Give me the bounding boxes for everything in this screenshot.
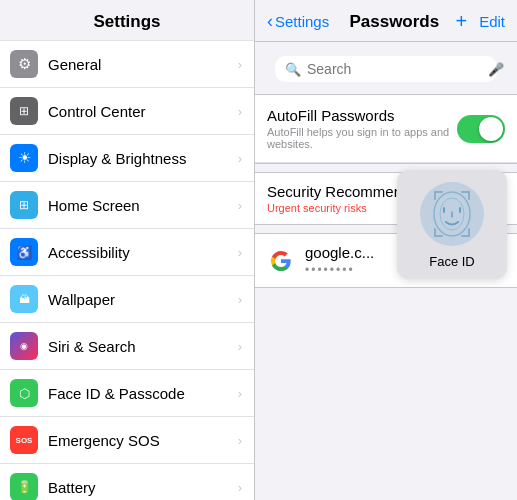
mic-icon[interactable]: 🎤 [488,62,504,77]
faceid-label: Face ID [429,254,475,269]
add-password-button[interactable]: + [455,10,467,33]
chevron-icon: › [238,292,242,307]
sidebar-item-display[interactable]: ☀ Display & Brightness › [0,135,254,182]
control-center-icon: ⊞ [10,97,38,125]
right-panel-title: Passwords [333,12,455,32]
edit-button[interactable]: Edit [479,13,505,30]
sidebar-item-control-center[interactable]: ⊞ Control Center › [0,88,254,135]
search-input[interactable] [307,61,482,77]
display-label: Display & Brightness [48,150,238,167]
general-label: General [48,56,238,73]
control-center-label: Control Center [48,103,238,120]
home-screen-icon: ⊞ [10,191,38,219]
sidebar-item-wallpaper[interactable]: 🏔 Wallpaper › [0,276,254,323]
autofill-row: AutoFill Passwords AutoFill helps you si… [255,95,517,163]
right-actions: + Edit [455,10,505,33]
left-panel: Settings ⚙ General › ⊞ Control Center › … [0,0,255,500]
toggle-knob [479,117,503,141]
sidebar-item-battery[interactable]: 🔋 Battery › [0,464,254,500]
accessibility-label: Accessibility [48,244,238,261]
chevron-icon: › [238,386,242,401]
autofill-section: AutoFill Passwords AutoFill helps you si… [255,94,517,164]
chevron-icon: › [238,339,242,354]
chevron-icon: › [238,480,242,495]
siri-label: Siri & Search [48,338,238,355]
sos-label: Emergency SOS [48,432,238,449]
faceid-card: Face ID [397,170,507,279]
sidebar-item-siri[interactable]: ◉ Siri & Search › [0,323,254,370]
right-header: ‹ Settings Passwords + Edit [255,0,517,42]
google-icon [267,247,295,275]
faceid-label: Face ID & Passcode [48,385,238,402]
accessibility-icon: ♿ [10,238,38,266]
autofill-toggle[interactable] [457,115,505,143]
home-screen-label: Home Screen [48,197,238,214]
search-icon: 🔍 [285,62,301,77]
battery-label: Battery [48,479,238,496]
search-bar: 🔍 🎤 [275,56,497,82]
right-panel-wrapper: ‹ Settings Passwords + Edit 🔍 🎤 AutoFill… [255,0,517,500]
chevron-icon: › [238,245,242,260]
display-icon: ☀ [10,144,38,172]
sidebar-item-home-screen[interactable]: ⊞ Home Screen › [0,182,254,229]
panel-title: Settings [0,0,254,40]
chevron-icon: › [238,198,242,213]
chevron-icon: › [238,151,242,166]
sidebar-item-general[interactable]: ⚙ General › [0,40,254,88]
wallpaper-icon: 🏔 [10,285,38,313]
back-button[interactable]: ‹ Settings [267,11,329,32]
siri-icon: ◉ [10,332,38,360]
back-label: Settings [275,13,329,30]
chevron-icon: › [238,433,242,448]
sidebar-item-sos[interactable]: SOS Emergency SOS › [0,417,254,464]
battery-icon: 🔋 [10,473,38,500]
sidebar-item-accessibility[interactable]: ♿ Accessibility › [0,229,254,276]
wallpaper-label: Wallpaper [48,291,238,308]
chevron-icon: › [238,57,242,72]
autofill-text: AutoFill Passwords AutoFill helps you si… [267,107,457,150]
faceid-icon: ⬡ [10,379,38,407]
general-icon: ⚙ [10,50,38,78]
faceid-circle [420,182,484,246]
back-chevron-icon: ‹ [267,11,273,32]
settings-list: ⚙ General › ⊞ Control Center › ☀ Display… [0,40,254,500]
autofill-title: AutoFill Passwords [267,107,457,124]
sidebar-item-faceid[interactable]: ⬡ Face ID & Passcode › [0,370,254,417]
autofill-subtitle: AutoFill helps you sign in to apps and w… [267,126,457,150]
chevron-icon: › [238,104,242,119]
sos-icon: SOS [10,426,38,454]
